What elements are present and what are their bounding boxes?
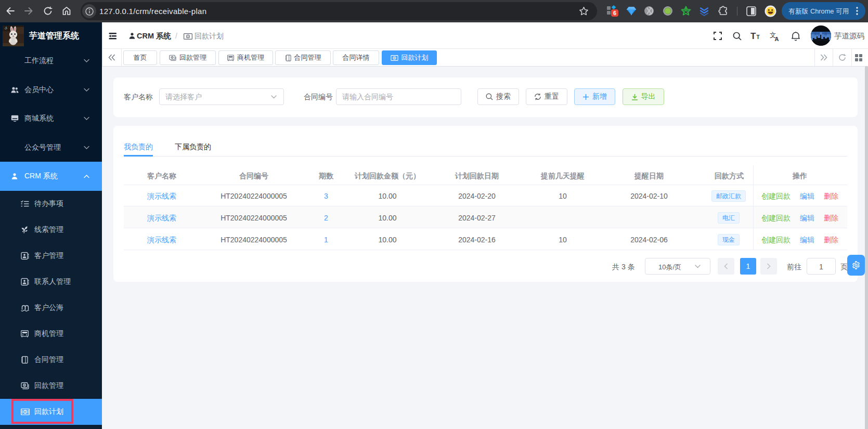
- svg-text:A: A: [775, 36, 779, 41]
- svg-text:T: T: [757, 34, 760, 40]
- svg-text:T: T: [750, 32, 756, 40]
- svg-text:6: 6: [613, 10, 616, 16]
